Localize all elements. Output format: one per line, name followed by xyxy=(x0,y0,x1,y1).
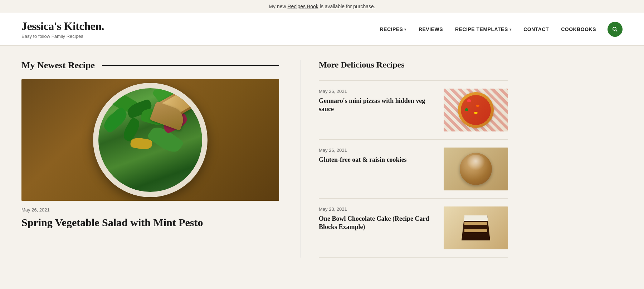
featured-recipe-date: May 26, 2021 xyxy=(21,207,279,213)
cookie-illustration xyxy=(444,148,508,190)
pizza-topping-2 xyxy=(476,105,479,107)
recipe-date-3: May 23, 2021 xyxy=(319,206,436,212)
search-icon xyxy=(612,26,618,33)
chevron-down-icon-2: ▾ xyxy=(509,28,512,31)
chevron-down-icon: ▾ xyxy=(404,28,406,31)
site-header: Jessica's Kitchen. Easy to follow Family… xyxy=(0,13,644,46)
main-content: My Newest Recipe xyxy=(0,46,644,272)
site-title: Jessica's Kitchen. xyxy=(21,20,104,33)
banner-text-before: My new xyxy=(269,4,287,9)
recipe-info: May 23, 2021 One Bowl Chocolate Cake (Re… xyxy=(319,206,436,231)
featured-recipe-title[interactable]: Spring Vegetable Salad with Mint Pesto xyxy=(21,216,279,229)
pizza-illustration xyxy=(444,89,508,131)
nav-label-recipe-templates: RECIPE TEMPLATES xyxy=(455,26,508,32)
nav-label-reviews: REVIEWS xyxy=(419,26,443,32)
recipe-date-1: May 26, 2021 xyxy=(319,89,436,94)
pizza-topping-4 xyxy=(474,112,478,114)
recipes-book-link[interactable]: Recipes Book xyxy=(287,4,318,9)
pizza-circle xyxy=(458,92,494,128)
newest-recipe-section: My Newest Recipe xyxy=(21,60,301,258)
recipe-card: May 26, 2021 Gluten-free oat & raisin co… xyxy=(319,140,508,199)
cake-illustration xyxy=(444,206,508,249)
nav-item-cookbooks[interactable]: COOKBOOKS xyxy=(557,24,600,35)
recipe-info: May 26, 2021 Gluten-free oat & raisin co… xyxy=(319,148,436,164)
recipe-title-2[interactable]: Gluten-free oat & raisin cookies xyxy=(319,156,436,164)
cake-layer-2 xyxy=(464,229,487,232)
more-recipes-heading: More Delicious Recipes xyxy=(319,60,508,70)
nav-label-contact: CONTACT xyxy=(523,26,549,32)
recipe-title-3[interactable]: One Bowl Chocolate Cake (Recipe Card Blo… xyxy=(319,215,436,231)
recipe-thumbnail-3[interactable] xyxy=(444,206,508,249)
cookie-circle xyxy=(460,153,492,185)
nav-label-recipes: RECIPES xyxy=(380,26,403,32)
recipe-thumbnail-1[interactable] xyxy=(444,89,508,131)
nav-item-recipes[interactable]: RECIPES ▾ xyxy=(375,24,410,35)
title-divider xyxy=(102,65,279,66)
sugar-dust xyxy=(465,155,487,176)
main-nav: RECIPES ▾ REVIEWS RECIPE TEMPLATES ▾ CON… xyxy=(375,22,623,37)
svg-line-1 xyxy=(616,30,617,31)
nav-item-recipe-templates[interactable]: RECIPE TEMPLATES ▾ xyxy=(451,24,516,35)
bowl-outer xyxy=(93,83,208,197)
cake-layer-1 xyxy=(464,222,487,225)
recipe-card: May 26, 2021 Gennaro's mini pizzas with … xyxy=(319,80,508,140)
site-subtitle: Easy to follow Family Recipes xyxy=(21,34,104,39)
pizza-topping-3 xyxy=(465,108,468,111)
svg-point-0 xyxy=(613,27,616,30)
cake-slice xyxy=(462,215,490,240)
newest-recipe-heading: My Newest Recipe xyxy=(21,60,95,71)
site-logo[interactable]: Jessica's Kitchen. Easy to follow Family… xyxy=(21,20,104,39)
cake-frosting xyxy=(463,215,489,221)
nav-item-contact[interactable]: CONTACT xyxy=(519,24,553,35)
recipe-info: May 26, 2021 Gennaro's mini pizzas with … xyxy=(319,89,436,114)
recipe-title-1[interactable]: Gennaro's mini pizzas with hidden veg sa… xyxy=(319,97,436,114)
salad-illustration xyxy=(21,79,279,201)
announcement-banner: My new Recipes Book is available for pur… xyxy=(0,0,644,13)
pizza-topping-1 xyxy=(467,99,471,102)
recipe-date-2: May 26, 2021 xyxy=(319,148,436,153)
bowl-inner xyxy=(98,88,202,192)
search-button[interactable] xyxy=(608,22,623,37)
recipe-thumbnail-2[interactable] xyxy=(444,148,508,190)
banner-text-after: is available for purchase. xyxy=(320,4,375,9)
more-recipes-section: More Delicious Recipes May 26, 2021 Genn… xyxy=(301,60,508,258)
recipe-card: May 23, 2021 One Bowl Chocolate Cake (Re… xyxy=(319,199,508,258)
featured-recipe-image[interactable] xyxy=(21,79,279,201)
nav-item-reviews[interactable]: REVIEWS xyxy=(414,24,447,35)
section-title-newest: My Newest Recipe xyxy=(21,60,279,71)
nav-label-cookbooks: COOKBOOKS xyxy=(561,26,596,32)
